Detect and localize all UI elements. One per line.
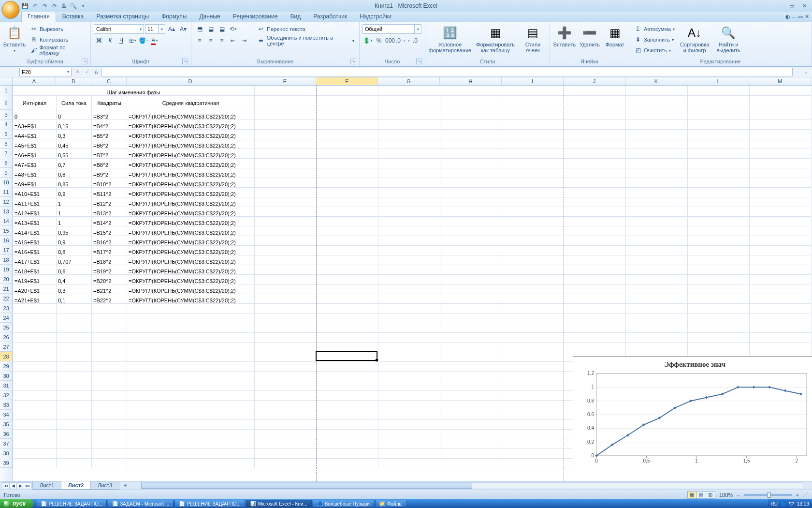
cell[interactable]: 0,3 (57, 284, 92, 294)
sheet-tab[interactable]: Лист3 (90, 481, 119, 490)
cell[interactable] (750, 226, 812, 236)
cell[interactable]: 0,707 (57, 255, 92, 265)
cell[interactable]: 0,9 (57, 188, 92, 197)
cell[interactable]: =B14^2 (92, 217, 127, 226)
cell[interactable]: 0,7 (57, 159, 92, 168)
cell[interactable] (378, 207, 440, 217)
cell[interactable] (440, 304, 502, 314)
cell[interactable] (750, 265, 812, 275)
cell[interactable] (92, 381, 127, 391)
cell[interactable] (127, 333, 255, 343)
cell[interactable] (127, 372, 255, 381)
cell[interactable] (378, 323, 440, 333)
cell[interactable] (502, 294, 564, 304)
cell[interactable] (127, 449, 255, 459)
cell[interactable]: =A9+E$1 (13, 178, 57, 188)
cell[interactable] (127, 401, 255, 410)
zoom-slider[interactable] (744, 494, 792, 496)
cell[interactable]: =A13+E$1 (13, 217, 57, 226)
cell[interactable] (502, 401, 564, 410)
cell[interactable] (317, 314, 378, 323)
cell[interactable] (502, 207, 564, 217)
cell[interactable] (317, 449, 378, 459)
cell[interactable] (688, 130, 750, 139)
cell[interactable] (564, 255, 626, 265)
cell[interactable]: =ОКРУГЛ(КОРЕНЬ(СУММ(C$3:C$22)/20);2) (127, 120, 255, 130)
cell[interactable] (626, 294, 688, 304)
cell[interactable] (317, 139, 378, 149)
cell[interactable] (440, 391, 502, 401)
cell[interactable] (626, 265, 688, 275)
chevron-down-icon[interactable]: ▾ (415, 24, 421, 34)
cell[interactable] (440, 207, 502, 217)
row-header[interactable]: 31 (0, 381, 12, 390)
cell[interactable] (255, 226, 317, 236)
cell[interactable]: =B6^2 (92, 139, 127, 149)
cell[interactable]: =B21^2 (92, 284, 127, 294)
cell[interactable] (626, 217, 688, 226)
cell[interactable] (688, 255, 750, 265)
column-header[interactable]: M (749, 77, 811, 85)
row-header[interactable]: 22 (0, 294, 12, 303)
cell[interactable] (688, 168, 750, 178)
italic-button[interactable]: К (105, 36, 116, 45)
row-header[interactable]: 17 (0, 245, 12, 255)
first-sheet-button[interactable]: ⏮ (2, 482, 10, 489)
cell[interactable] (378, 430, 440, 439)
cell[interactable] (378, 255, 440, 265)
ribbon-tab-разметка страницы[interactable]: Разметка страницы (90, 11, 155, 22)
cell[interactable] (255, 246, 317, 255)
zoom-in-button[interactable]: + (796, 492, 799, 498)
ribbon-minimize-icon[interactable]: ─ (792, 14, 796, 20)
fx-icon[interactable]: fx (92, 69, 102, 75)
cell[interactable] (564, 96, 626, 110)
cell[interactable] (688, 197, 750, 207)
ribbon-tab-вид[interactable]: Вид (284, 11, 307, 22)
cell[interactable] (255, 372, 317, 381)
cell[interactable] (13, 391, 57, 401)
cell[interactable] (688, 304, 750, 314)
cell[interactable] (317, 236, 378, 246)
cell[interactable] (378, 381, 440, 391)
cell[interactable]: =A21+E$1 (13, 294, 57, 304)
cell[interactable] (57, 439, 92, 449)
cell[interactable] (688, 159, 750, 168)
cell[interactable]: =A15+E$1 (13, 236, 57, 246)
row-header[interactable]: 3 (0, 110, 12, 120)
cell[interactable] (750, 246, 812, 255)
cell[interactable] (317, 120, 378, 130)
cell[interactable] (13, 410, 57, 420)
cell[interactable] (626, 96, 688, 110)
cell[interactable]: =ОКРУГЛ(КОРЕНЬ(СУММ(C$3:C$22)/20);2) (127, 294, 255, 304)
row-header[interactable]: 10 (0, 178, 12, 187)
cell[interactable] (502, 459, 564, 468)
cell[interactable] (317, 420, 378, 430)
cell[interactable]: Квадраты (92, 96, 127, 110)
cell[interactable] (564, 304, 626, 314)
cell[interactable] (127, 420, 255, 430)
sheet-tab[interactable]: Лист1 (32, 481, 61, 490)
align-top-button[interactable]: ⬒ (194, 24, 205, 34)
cell[interactable] (255, 130, 317, 139)
cell[interactable] (317, 265, 378, 275)
cell[interactable] (502, 178, 564, 188)
cell[interactable] (440, 149, 502, 159)
cell[interactable] (57, 372, 92, 381)
cell[interactable] (440, 275, 502, 284)
cell[interactable] (378, 130, 440, 139)
cell[interactable] (317, 159, 378, 168)
align-right-button[interactable]: ≡ (217, 36, 227, 45)
cell[interactable]: =ОКРУГЛ(КОРЕНЬ(СУММ(C$3:C$22)/20);2) (127, 159, 255, 168)
cell[interactable] (378, 352, 440, 362)
cell[interactable] (626, 159, 688, 168)
cell[interactable] (378, 275, 440, 284)
embedded-chart[interactable]: Эффективное знач 00,20,40,60,811,200,511… (573, 356, 812, 471)
chevron-down-icon[interactable]: ▾ (137, 24, 144, 34)
cell[interactable] (688, 207, 750, 217)
cell[interactable]: =B10^2 (92, 178, 127, 188)
cell[interactable] (317, 275, 378, 284)
cell[interactable]: =ОКРУГЛ(КОРЕНЬ(СУММ(C$3:C$22)/20);2) (127, 265, 255, 275)
format-painter-button[interactable]: 🖌Формат по образцу (28, 45, 87, 55)
cell[interactable]: =B22^2 (92, 294, 127, 304)
resize-grip-icon[interactable]: ⋰ (803, 492, 808, 498)
